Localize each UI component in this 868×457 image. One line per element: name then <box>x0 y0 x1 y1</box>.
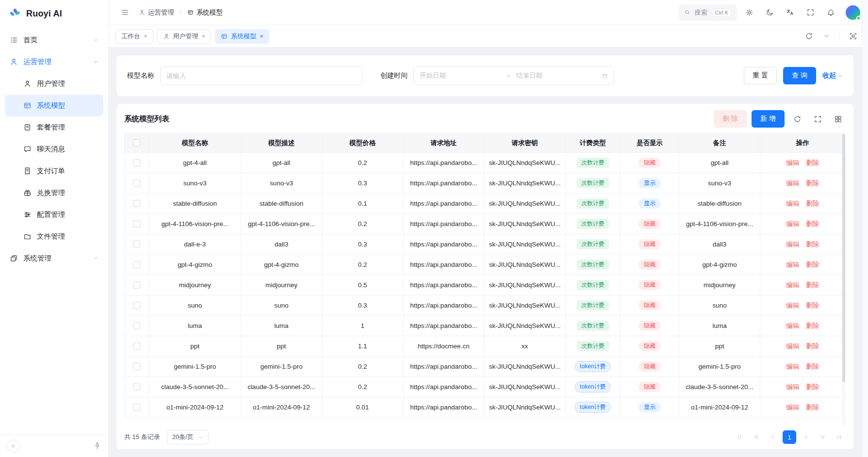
row-checkbox[interactable] <box>133 343 140 350</box>
dark-mode-button[interactable] <box>761 4 778 21</box>
edit-link[interactable]: 编辑 <box>786 241 799 248</box>
sidebar-item-config-management[interactable]: 配置管理 <box>5 204 103 226</box>
edit-link[interactable]: 编辑 <box>786 322 799 329</box>
edit-link[interactable]: 编辑 <box>786 180 799 187</box>
edit-link[interactable]: 编辑 <box>786 281 799 289</box>
cell-model-price: 1 <box>322 316 403 336</box>
delete-link[interactable]: 删除 <box>806 322 819 329</box>
sidebar-item-operations[interactable]: 运营管理 <box>5 51 103 73</box>
billing-tag: 次数计费 <box>577 198 609 209</box>
content-fullscreen-button[interactable] <box>845 28 861 45</box>
sidebar-item-package-management[interactable]: 套餐管理 <box>5 116 103 138</box>
breadcrumb-item-operations[interactable]: 运营管理 <box>139 8 174 17</box>
row-checkbox[interactable] <box>133 241 140 248</box>
edit-link[interactable]: 编辑 <box>786 343 799 350</box>
first-page-button[interactable] <box>733 430 747 444</box>
row-checkbox[interactable] <box>133 322 140 329</box>
pin-icon[interactable] <box>93 442 101 450</box>
scrollbar-thumb[interactable] <box>842 134 845 382</box>
close-icon[interactable]: × <box>260 33 263 39</box>
next-page-button[interactable] <box>799 430 813 444</box>
prev-page-button[interactable] <box>766 430 780 444</box>
tab-user-management[interactable]: 用户管理× <box>157 29 212 44</box>
sidebar-item-file-management[interactable]: 文件管理 <box>5 226 103 247</box>
row-checkbox[interactable] <box>133 159 140 166</box>
delete-link[interactable]: 删除 <box>806 180 819 187</box>
collapse-filter-link[interactable]: 收起 <box>822 71 843 80</box>
reset-button[interactable]: 重 置 <box>744 67 777 84</box>
row-checkbox[interactable] <box>133 180 140 187</box>
delete-link[interactable]: 删除 <box>806 159 819 166</box>
language-button[interactable] <box>782 4 798 21</box>
pager: 1 <box>733 430 846 444</box>
delete-button[interactable]: 删 除 <box>714 110 747 128</box>
row-checkbox[interactable] <box>133 281 140 289</box>
row-checkbox[interactable] <box>133 383 140 391</box>
row-checkbox[interactable] <box>133 220 140 228</box>
row-checkbox[interactable] <box>133 363 140 370</box>
model-name-input[interactable] <box>160 66 363 85</box>
edit-link[interactable]: 编辑 <box>786 261 799 268</box>
delete-link[interactable]: 删除 <box>806 302 819 309</box>
delete-link[interactable]: 删除 <box>806 343 819 350</box>
cell-visibility: 隐藏 <box>620 275 679 295</box>
sidebar-item-redeem-management[interactable]: 兑换管理 <box>5 182 103 204</box>
delete-link[interactable]: 删除 <box>806 220 819 228</box>
last-page-button[interactable] <box>832 430 846 444</box>
sidebar-item-payment-orders[interactable]: 支付订单 <box>5 160 103 182</box>
table-scrollbar[interactable] <box>842 133 846 425</box>
sidebar-collapse-button[interactable] <box>7 440 20 453</box>
current-page-button[interactable]: 1 <box>783 430 796 444</box>
page-size-select[interactable]: 20条/页 <box>167 430 209 444</box>
column-settings-button[interactable] <box>830 111 846 127</box>
breadcrumb-item-system-model[interactable]: 系统模型 <box>187 8 223 17</box>
sidebar: Ruoyi AI 首页运营管理用户管理系统模型套餐管理聊天消息支付订单兑换管理配… <box>0 0 109 457</box>
refresh-table-button[interactable] <box>789 111 805 127</box>
fullscreen-button[interactable] <box>802 4 819 21</box>
close-icon[interactable]: × <box>202 33 206 39</box>
delete-link[interactable]: 删除 <box>806 383 819 391</box>
sidebar-item-system-model[interactable]: 系统模型 <box>5 95 103 116</box>
row-checkbox[interactable] <box>133 404 140 411</box>
avatar[interactable] <box>846 5 860 20</box>
delete-link[interactable]: 删除 <box>806 363 819 370</box>
sidebar-item-system-management[interactable]: 系统管理 <box>5 247 103 269</box>
edit-link[interactable]: 编辑 <box>786 383 799 391</box>
row-checkbox[interactable] <box>133 261 140 268</box>
edit-link[interactable]: 编辑 <box>786 200 799 207</box>
select-all-checkbox[interactable] <box>133 139 140 147</box>
edit-link[interactable]: 编辑 <box>786 302 799 309</box>
edit-link[interactable]: 编辑 <box>786 159 799 166</box>
row-checkbox[interactable] <box>133 200 140 207</box>
page-scrollbar[interactable] <box>862 0 868 457</box>
column-header: 请求地址 <box>403 133 484 153</box>
delete-link[interactable]: 删除 <box>806 241 819 248</box>
delete-link[interactable]: 删除 <box>806 281 819 289</box>
sidebar-toggle-button[interactable] <box>116 4 133 21</box>
sidebar-item-user-management[interactable]: 用户管理 <box>5 73 103 95</box>
date-range-picker[interactable]: 开始日期 结束日期 <box>413 66 614 85</box>
settings-button[interactable] <box>741 4 757 21</box>
sidebar-item-home[interactable]: 首页 <box>5 29 103 51</box>
refresh-page-button[interactable] <box>801 28 817 45</box>
row-checkbox[interactable] <box>133 302 140 309</box>
tab-system-model[interactable]: 系统模型× <box>215 29 269 44</box>
tab-menu-button[interactable] <box>818 28 835 45</box>
tab-workbench[interactable]: 工作台× <box>115 29 153 44</box>
close-icon[interactable]: × <box>144 33 147 39</box>
delete-link[interactable]: 删除 <box>806 200 819 207</box>
add-button[interactable]: 新 增 <box>752 110 785 128</box>
prev-group-button[interactable] <box>750 430 763 444</box>
delete-link[interactable]: 删除 <box>806 261 819 268</box>
edit-link[interactable]: 编辑 <box>786 363 799 370</box>
search-input[interactable]: 搜索 Ctrl K <box>679 4 737 21</box>
cell-request-url: https://api.pandarobo... <box>403 194 484 214</box>
next-group-button[interactable] <box>816 430 829 444</box>
query-button[interactable]: 查 询 <box>783 67 816 84</box>
notifications-button[interactable] <box>822 4 839 21</box>
table-fullscreen-button[interactable] <box>810 111 825 127</box>
delete-link[interactable]: 删除 <box>806 404 819 411</box>
edit-link[interactable]: 编辑 <box>786 220 799 228</box>
sidebar-item-chat-messages[interactable]: 聊天消息 <box>5 138 103 160</box>
edit-link[interactable]: 编辑 <box>786 404 799 411</box>
